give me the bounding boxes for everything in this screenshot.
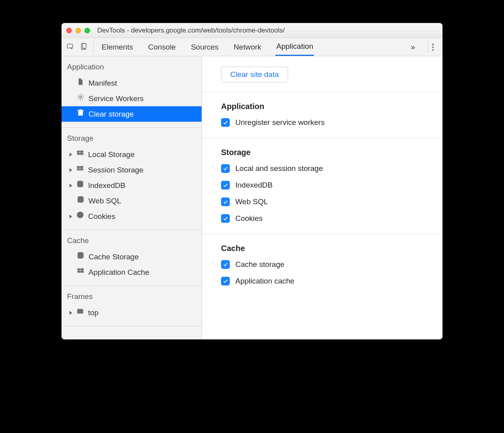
svg-rect-23 xyxy=(81,271,84,272)
checkbox-label: Unregister service workers xyxy=(235,118,325,127)
svg-rect-7 xyxy=(80,153,83,155)
window-controls xyxy=(66,28,90,33)
sidebar-item-session-storage[interactable]: Session Storage xyxy=(62,162,202,178)
grid-icon xyxy=(77,267,85,278)
expand-caret-icon[interactable] xyxy=(69,168,72,172)
svg-rect-9 xyxy=(80,166,83,168)
checkbox-row-cache-storage[interactable]: Cache storage xyxy=(221,260,423,269)
sidebar-item-cache-storage[interactable]: Cache Storage xyxy=(62,249,202,264)
sidebar-item-label: IndexedDB xyxy=(88,180,125,191)
settings-menu-icon[interactable] xyxy=(428,41,438,53)
svg-rect-24 xyxy=(77,309,83,313)
inspect-element-icon[interactable] xyxy=(66,42,74,52)
sidebar-item-local-storage[interactable]: Local Storage xyxy=(62,147,202,162)
checkbox-row-cookies[interactable]: Cookies xyxy=(221,214,423,223)
clear-site-data-row: Clear site data xyxy=(202,56,442,92)
sidebar-item-label: Clear storage xyxy=(88,109,134,119)
expand-caret-icon[interactable] xyxy=(69,153,72,157)
checkbox[interactable] xyxy=(221,164,230,173)
svg-rect-21 xyxy=(81,268,84,270)
sidebar-item-service-workers[interactable]: Service Workers xyxy=(62,91,202,106)
expand-caret-icon[interactable] xyxy=(69,311,72,315)
close-window-button[interactable] xyxy=(66,28,72,33)
sidebar-item-manifest[interactable]: Manifest xyxy=(62,75,202,91)
svg-point-18 xyxy=(81,215,82,216)
sidebar-item-label: Manifest xyxy=(88,78,117,88)
sidebar-item-label: Application Cache xyxy=(88,267,149,278)
main-section-application: ApplicationUnregister service workers xyxy=(202,92,442,138)
svg-rect-2 xyxy=(83,43,86,48)
window-title: DevTools - developers.google.com/web/too… xyxy=(97,27,285,34)
checkbox-label: Local and session storage xyxy=(235,164,323,173)
expand-caret-icon[interactable] xyxy=(69,184,72,188)
application-sidebar: ApplicationManifestService WorkersClear … xyxy=(62,56,202,339)
frame-icon xyxy=(76,307,84,318)
svg-point-3 xyxy=(80,96,82,98)
svg-point-15 xyxy=(79,214,80,215)
zoom-window-button[interactable] xyxy=(85,28,90,33)
sidebar-item-label: Cookies xyxy=(88,211,115,222)
svg-point-16 xyxy=(81,213,81,214)
sidebar-item-application-cache[interactable]: Application Cache xyxy=(62,264,202,280)
sidebar-item-label: top xyxy=(88,308,98,318)
section-heading: Cache xyxy=(221,244,423,253)
checkbox-row-application-cache[interactable]: Application cache xyxy=(221,277,423,285)
svg-point-14 xyxy=(77,212,83,218)
checkbox-label: Cookies xyxy=(235,214,263,223)
checkbox-row-web-sql[interactable]: Web SQL xyxy=(221,197,423,206)
checkbox[interactable] xyxy=(221,214,230,223)
sidebar-item-label: Local Storage xyxy=(88,149,135,160)
checkbox[interactable] xyxy=(221,260,230,269)
sidebar-heading-frames: Frames xyxy=(62,291,202,305)
main-section-cache: CacheCache storageApplication cache xyxy=(202,234,442,297)
sidebar-item-label: Service Workers xyxy=(88,94,144,104)
grid-icon xyxy=(76,149,84,160)
checkbox[interactable] xyxy=(221,197,230,206)
checkbox[interactable] xyxy=(221,277,230,285)
db-icon xyxy=(76,180,84,191)
minimize-window-button[interactable] xyxy=(75,28,81,33)
device-toggle-icon[interactable] xyxy=(80,42,88,52)
devtools-window: DevTools - developers.google.com/web/too… xyxy=(62,23,442,339)
svg-rect-20 xyxy=(78,268,80,270)
main-section-storage: StorageLocal and session storageIndexedD… xyxy=(202,138,442,234)
trash-icon xyxy=(77,109,85,119)
checkbox[interactable] xyxy=(221,118,230,127)
devtools-toolbar: ElementsConsoleSourcesNetworkApplication… xyxy=(62,38,442,56)
tab-console[interactable]: Console xyxy=(147,39,177,56)
sidebar-item-cookies[interactable]: Cookies xyxy=(62,209,202,224)
checkbox-label: Web SQL xyxy=(235,197,268,206)
sidebar-item-label: Session Storage xyxy=(88,165,143,175)
sidebar-item-indexeddb[interactable]: IndexedDB xyxy=(62,178,202,193)
file-icon xyxy=(77,78,85,88)
tab-sources[interactable]: Sources xyxy=(190,39,219,56)
sidebar-item-label: Web SQL xyxy=(88,196,121,206)
main-panel: Clear site data ApplicationUnregister se… xyxy=(202,56,442,339)
checkbox-label: Application cache xyxy=(235,277,294,285)
db-icon xyxy=(77,251,85,262)
sidebar-heading-cache: Cache xyxy=(62,235,202,249)
section-heading: Application xyxy=(221,102,423,111)
grid-icon xyxy=(76,165,84,175)
cookie-icon xyxy=(76,211,84,222)
tab-network[interactable]: Network xyxy=(233,39,262,56)
sidebar-item-clear-storage[interactable]: Clear storage xyxy=(62,106,202,122)
expand-caret-icon[interactable] xyxy=(69,215,72,218)
checkbox-row-local-and-session-storage[interactable]: Local and session storage xyxy=(221,164,423,173)
checkbox-row-indexeddb[interactable]: IndexedDB xyxy=(221,181,423,190)
tab-elements[interactable]: Elements xyxy=(101,39,134,56)
checkbox-row-unregister-service-workers[interactable]: Unregister service workers xyxy=(221,118,423,127)
sidebar-heading-application: Application xyxy=(62,61,202,75)
svg-rect-0 xyxy=(67,44,73,48)
sidebar-item-web-sql[interactable]: Web SQL xyxy=(62,193,202,209)
svg-rect-4 xyxy=(77,151,80,152)
sidebar-item-label: Cache Storage xyxy=(88,252,139,262)
checkbox-label: IndexedDB xyxy=(235,181,273,190)
more-tabs-chevron-icon[interactable]: » xyxy=(408,40,417,54)
clear-site-data-button[interactable]: Clear site data xyxy=(221,67,288,82)
sidebar-item-top[interactable]: top xyxy=(62,305,202,320)
svg-rect-6 xyxy=(77,153,80,155)
checkbox[interactable] xyxy=(221,181,230,190)
tab-application[interactable]: Application xyxy=(275,38,314,56)
titlebar: DevTools - developers.google.com/web/too… xyxy=(62,23,442,38)
